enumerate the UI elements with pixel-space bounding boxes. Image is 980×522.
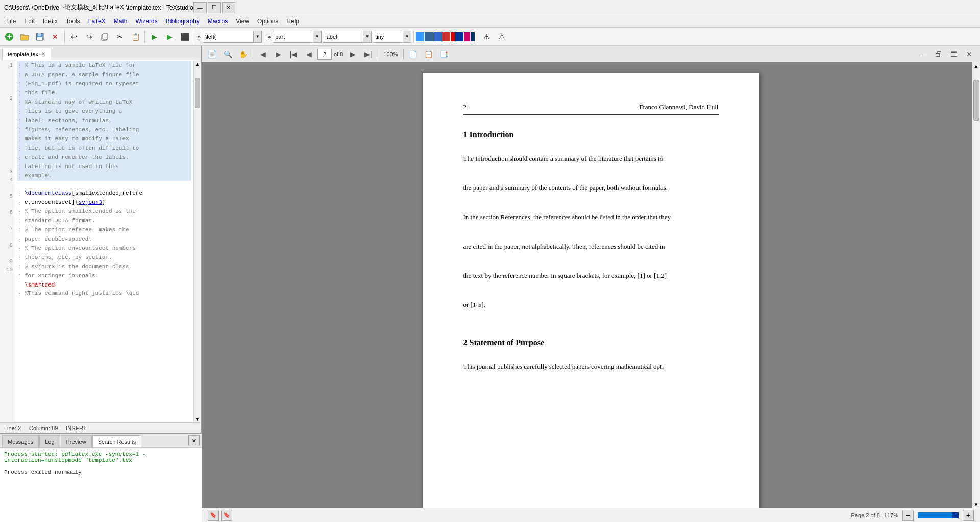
menu-help[interactable]: Help: [282, 17, 303, 26]
pdf-single-page[interactable]: 📄: [407, 48, 420, 61]
undo-button[interactable]: ↩: [67, 30, 81, 44]
part-dropdown[interactable]: ▼: [313, 31, 322, 43]
color-5[interactable]: [451, 32, 455, 41]
titlebar-path4: \template.tex - TeXstudio: [126, 4, 193, 11]
pdf-close-icon[interactable]: ✕: [963, 48, 976, 61]
pdf-restore-icon[interactable]: 🗗: [932, 48, 945, 61]
toolbar-more2[interactable]: »: [266, 34, 272, 40]
bottom-panel: Messages Log Preview Search Results ✕ Pr…: [0, 433, 202, 522]
redo-button[interactable]: ↪: [82, 30, 96, 44]
warning-icon[interactable]: ⚠: [479, 30, 494, 44]
paste-button[interactable]: 📋: [128, 30, 142, 44]
pdf-search-button[interactable]: 🔍: [221, 48, 234, 61]
code-area[interactable]: ⋮ % This is a sample LaTeX file for ⋮ a …: [15, 60, 193, 422]
minimize-button[interactable]: —: [193, 2, 207, 13]
tab-log-label: Log: [45, 439, 54, 445]
pdf-maximize-icon[interactable]: 🗖: [947, 48, 961, 61]
pdf-bookmark2-button[interactable]: 🔖: [221, 510, 232, 521]
close-button[interactable]: ✕: [222, 2, 235, 13]
maximize-button[interactable]: ☐: [208, 2, 221, 13]
pdf-hand-button[interactable]: ✋: [236, 48, 250, 61]
close-file-button[interactable]: ✕: [48, 30, 62, 44]
pdf-scroll-down[interactable]: ▼: [972, 501, 980, 508]
bottom-panel-close[interactable]: ✕: [188, 435, 200, 446]
tab-messages[interactable]: Messages: [2, 435, 39, 447]
toolbar-separator-4: [264, 31, 264, 43]
open-button[interactable]: [17, 30, 32, 44]
editor-tab-close[interactable]: ✕: [41, 51, 45, 57]
copy-format-button[interactable]: [97, 30, 112, 44]
label-input[interactable]: [323, 31, 363, 43]
menu-bibliography[interactable]: Bibliography: [162, 17, 204, 26]
pdf-scrollbar[interactable]: ▲ ▼: [972, 62, 980, 508]
pdf-prev-page[interactable]: ◀: [302, 48, 315, 61]
color-6[interactable]: [455, 32, 463, 41]
code-text-7: % The option envcountsect numbers: [24, 244, 191, 252]
cut-button[interactable]: ✂: [113, 30, 127, 44]
pdf-scroll-up[interactable]: ▲: [972, 62, 980, 69]
color-7[interactable]: [464, 32, 470, 41]
command-dropdown[interactable]: ▼: [254, 31, 262, 43]
color-3[interactable]: [433, 32, 442, 41]
menu-math[interactable]: Math: [110, 17, 132, 26]
code-line-2g: ⋮ create and remember the labels.: [17, 153, 191, 162]
scrollbar-down[interactable]: ▼: [195, 415, 200, 422]
new-button[interactable]: [2, 30, 16, 44]
tab-log[interactable]: Log: [39, 435, 60, 447]
pdf-viewport[interactable]: 2 Franco Giannessi, David Hull 1 Introdu…: [202, 62, 980, 508]
compile-button[interactable]: ▶: [147, 30, 161, 44]
command-input[interactable]: [203, 31, 254, 43]
code-line-2f: ⋮ file, but it is often difficult to: [17, 144, 191, 153]
pdf-zoom-out[interactable]: −: [902, 510, 914, 521]
menu-file[interactable]: File: [2, 17, 20, 26]
fold-icon-2i: ⋮: [17, 173, 24, 181]
menu-idefix[interactable]: Idefix: [39, 17, 62, 26]
editor-tab-template[interactable]: template.tex ✕: [2, 48, 51, 60]
scrollbar-thumb[interactable]: [195, 78, 200, 108]
color-1[interactable]: [416, 32, 424, 41]
menu-macros[interactable]: Macros: [204, 17, 232, 26]
tiny-input[interactable]: [373, 31, 403, 43]
menu-options[interactable]: Options: [253, 17, 282, 26]
error-icon[interactable]: ⚠: [495, 30, 509, 44]
menu-view[interactable]: View: [232, 17, 253, 26]
pdf-scroll-thumb[interactable]: [973, 80, 979, 121]
tab-search-results[interactable]: Search Results: [92, 435, 142, 447]
titlebar-path: C:\Users\ \OneDrive· ·论文模板_对比\LaTeX \tem…: [4, 3, 193, 12]
line-numbers: 1 2 3 4 5: [0, 60, 15, 422]
menu-tools[interactable]: Tools: [62, 17, 84, 26]
pdf-dual-page[interactable]: 📋: [422, 48, 435, 61]
code-line-4b: ⋮ e,envcountsect]{svjour3}: [17, 198, 191, 207]
pdf-zoom-thumb[interactable]: [952, 512, 959, 518]
toolbar-more[interactable]: »: [197, 34, 202, 40]
color-8[interactable]: [471, 32, 475, 41]
pdf-last-page[interactable]: ▶|: [361, 48, 375, 61]
tab-preview[interactable]: Preview: [61, 435, 92, 447]
menu-latex[interactable]: LaTeX: [84, 17, 110, 26]
editor-scrollbar[interactable]: ▲ ▼: [193, 60, 201, 422]
pdf-continuous[interactable]: 📑: [437, 48, 451, 61]
pdf-zoom-in[interactable]: +: [963, 510, 974, 521]
pdf-prev-arrow[interactable]: ◀: [256, 48, 270, 61]
tiny-dropdown[interactable]: ▼: [403, 31, 411, 43]
fold-icon-2g: ⋮: [17, 154, 24, 162]
scrollbar-up[interactable]: ▲: [195, 60, 200, 67]
run-button[interactable]: ▶: [162, 30, 177, 44]
color-2[interactable]: [425, 32, 433, 41]
pdf-minimize-icon[interactable]: —: [917, 48, 930, 61]
part-input[interactable]: [273, 31, 313, 43]
color-4[interactable]: [442, 32, 450, 41]
pdf-next-page[interactable]: ▶: [346, 48, 359, 61]
label-dropdown[interactable]: ▼: [363, 31, 372, 43]
save-button[interactable]: [33, 30, 47, 44]
pdf-icon[interactable]: 📄: [206, 48, 219, 61]
pdf-toolbar: 📄 🔍 ✋ ◀ ▶ |◀ ◀ of 8 ▶ ▶| 100% 📄 📋 📑 — 🗗: [202, 46, 980, 62]
pdf-bookmark-button[interactable]: 🔖: [208, 510, 219, 521]
stop-button[interactable]: ⬛: [178, 30, 192, 44]
pdf-first-page[interactable]: |◀: [287, 48, 300, 61]
menu-edit[interactable]: Edit: [20, 17, 39, 26]
editor-panel: template.tex ✕ 1 2: [0, 46, 202, 433]
menu-wizards[interactable]: Wizards: [131, 17, 161, 26]
pdf-next-arrow[interactable]: ▶: [272, 48, 285, 61]
pdf-page-input[interactable]: [317, 49, 332, 60]
